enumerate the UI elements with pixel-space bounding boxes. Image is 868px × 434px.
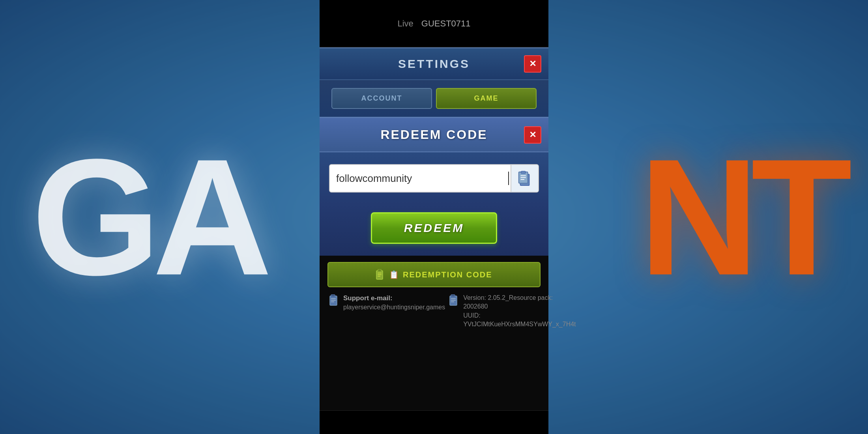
support-email-text: Support e-mail: playerservice@huntingsni… bbox=[343, 294, 445, 312]
redeem-close-button[interactable]: ✕ bbox=[524, 126, 541, 144]
tab-account-label: ACCOUNT bbox=[361, 94, 402, 102]
support-version-icon bbox=[449, 294, 460, 307]
redeem-header: REDEEM CODE ✕ bbox=[320, 118, 548, 152]
tab-game-label: GAME bbox=[474, 94, 499, 102]
paste-button[interactable] bbox=[511, 165, 538, 192]
background-text-left: GA bbox=[32, 122, 264, 312]
support-version-text: Version: 2.05.2_Resource pack: 2002680 U… bbox=[463, 294, 576, 329]
support-uuid-value: UUID: YVtJCIMtKueHXrsMM4SYwWY_x_7H4t bbox=[463, 312, 576, 327]
svg-rect-6 bbox=[376, 271, 383, 279]
redeem-button-label: REDEEM bbox=[404, 221, 464, 234]
top-bar: Live GUEST0711 bbox=[320, 0, 548, 47]
paste-icon bbox=[518, 170, 532, 186]
tab-account[interactable]: ACCOUNT bbox=[331, 88, 432, 109]
support-version-value: Version: 2.05.2_Resource pack: 2002680 bbox=[463, 294, 553, 310]
support-version-block: Version: 2.05.2_Resource pack: 2002680 U… bbox=[449, 294, 576, 329]
support-info: Support e-mail: playerservice@huntingsni… bbox=[327, 294, 541, 329]
redemption-code-button[interactable]: 📋 REDEMPTION CODE bbox=[327, 262, 541, 287]
text-cursor bbox=[508, 172, 509, 185]
bottom-bar bbox=[320, 410, 548, 434]
live-text: Live bbox=[397, 19, 413, 29]
redeem-input-area bbox=[320, 152, 548, 204]
support-email-block: Support e-mail: playerservice@huntingsni… bbox=[329, 294, 445, 329]
code-input-wrapper bbox=[329, 164, 539, 193]
svg-rect-7 bbox=[378, 269, 381, 271]
settings-title: SETTINGS bbox=[398, 57, 470, 71]
support-email-icon bbox=[329, 294, 340, 307]
redeem-close-icon: ✕ bbox=[529, 130, 536, 140]
settings-close-button[interactable]: ✕ bbox=[524, 55, 541, 73]
settings-panel: SETTINGS ✕ ACCOUNT GAME bbox=[320, 47, 548, 117]
svg-rect-12 bbox=[331, 295, 335, 297]
settings-tabs: ACCOUNT GAME bbox=[320, 80, 548, 117]
username-text: GUEST0711 bbox=[421, 19, 471, 29]
redeem-button[interactable]: REDEEM bbox=[371, 212, 497, 244]
support-email-label: Support e-mail: bbox=[343, 294, 445, 303]
svg-rect-16 bbox=[450, 296, 457, 305]
code-input[interactable] bbox=[330, 165, 507, 192]
redeem-button-area: REDEEM bbox=[320, 204, 548, 256]
background-text-right: NT bbox=[639, 122, 844, 312]
svg-rect-2 bbox=[521, 171, 525, 174]
settings-close-icon: ✕ bbox=[529, 59, 536, 69]
redemption-icon bbox=[376, 269, 385, 280]
redemption-code-label: 📋 REDEMPTION CODE bbox=[389, 270, 492, 279]
tab-game[interactable]: GAME bbox=[436, 88, 537, 109]
bottom-section: 📋 REDEMPTION CODE Support e-mail: player… bbox=[320, 256, 548, 410]
center-panel: Live GUEST0711 SETTINGS ✕ ACCOUNT GAME R… bbox=[320, 0, 548, 434]
support-email-value: playerservice@huntingsniper.games bbox=[343, 304, 445, 311]
redeem-title: REDEEM CODE bbox=[380, 127, 487, 142]
top-bar-content: Live GUEST0711 bbox=[397, 19, 470, 29]
redeem-dialog: REDEEM CODE ✕ bbox=[320, 117, 548, 256]
svg-rect-11 bbox=[330, 296, 337, 305]
svg-rect-17 bbox=[451, 295, 455, 297]
settings-header: SETTINGS ✕ bbox=[320, 49, 548, 80]
